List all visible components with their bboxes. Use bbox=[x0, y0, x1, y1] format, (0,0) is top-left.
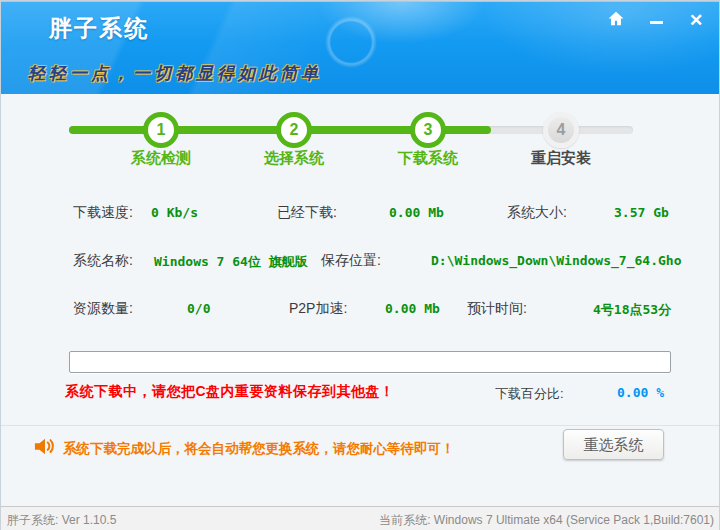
eta-label: 预计时间: bbox=[467, 300, 527, 318]
app-slogan: 轻轻一点，一切都显得如此简单 bbox=[28, 62, 322, 85]
status-bar: 胖子系统: Ver 1.10.5 当前系统: Windows 7 Ultimat… bbox=[1, 506, 719, 530]
save-path-label: 保存位置: bbox=[321, 252, 381, 270]
step-circle-3: 3 bbox=[410, 112, 446, 148]
download-warning-text: 系统下载中，请您把C盘内重要资料保存到其他盘！ bbox=[65, 383, 395, 401]
step-label-restart-install: 重启安装 bbox=[501, 149, 621, 168]
step-label-select-system: 选择系统 bbox=[234, 149, 354, 168]
resources-value: 0/0 bbox=[187, 301, 210, 316]
close-icon: ✕ bbox=[689, 12, 703, 29]
save-path-value: D:\Windows_Down\Windows_7_64.Gho bbox=[431, 253, 681, 268]
current-system-text: 当前系统: Windows 7 Ultimate x64 (Service Pa… bbox=[379, 512, 714, 529]
home-button[interactable] bbox=[603, 8, 629, 32]
minimize-button[interactable] bbox=[643, 8, 669, 32]
title-bar: 胖子系统 轻轻一点，一切都显得如此简单 ✕ bbox=[1, 1, 719, 94]
downloaded-value: 0.00 Mb bbox=[389, 205, 444, 220]
system-size-label: 系统大小: bbox=[507, 204, 567, 222]
window-controls: ✕ bbox=[603, 8, 709, 32]
resources-label: 资源数量: bbox=[73, 300, 133, 318]
step-circle-2: 2 bbox=[276, 112, 312, 148]
step-circle-4: 4 bbox=[543, 112, 579, 148]
download-progress-bar bbox=[69, 351, 671, 373]
download-speed-label: 下载速度: bbox=[73, 204, 133, 222]
auto-install-notice: 系统下载完成以后，将会自动帮您更换系统，请您耐心等待即可！ bbox=[63, 440, 455, 458]
percent-value: 0.00 % bbox=[617, 385, 664, 400]
system-name-label: 系统名称: bbox=[73, 252, 133, 270]
eta-value: 4号18点53分 bbox=[593, 301, 671, 319]
close-button[interactable]: ✕ bbox=[683, 8, 709, 32]
speaker-icon bbox=[33, 435, 57, 461]
app-window: 胖子系统 轻轻一点，一切都显得如此简单 ✕ 1 2 3 4 系统检测 选择系统 … bbox=[0, 0, 720, 530]
minimize-icon bbox=[650, 21, 663, 24]
step-label-system-check: 系统检测 bbox=[101, 149, 221, 168]
p2p-value: 0.00 Mb bbox=[385, 301, 440, 316]
system-size-value: 3.57 Gb bbox=[614, 205, 669, 220]
reselect-system-button[interactable]: 重选系统 bbox=[563, 429, 664, 460]
p2p-label: P2P加速: bbox=[289, 300, 347, 318]
downloaded-label: 已经下载: bbox=[277, 204, 337, 222]
app-title: 胖子系统 bbox=[49, 13, 149, 44]
system-name-value: Windows 7 64位 旗舰版 bbox=[154, 253, 308, 271]
percent-label: 下载百分比: bbox=[495, 385, 564, 403]
home-icon bbox=[607, 10, 625, 31]
notice-divider bbox=[1, 425, 719, 426]
version-text: 胖子系统: Ver 1.10.5 bbox=[7, 512, 116, 529]
download-speed-value: 0 Kb/s bbox=[151, 205, 198, 220]
step-circle-1: 1 bbox=[143, 112, 179, 148]
step-label-download-system: 下载系统 bbox=[368, 149, 488, 168]
